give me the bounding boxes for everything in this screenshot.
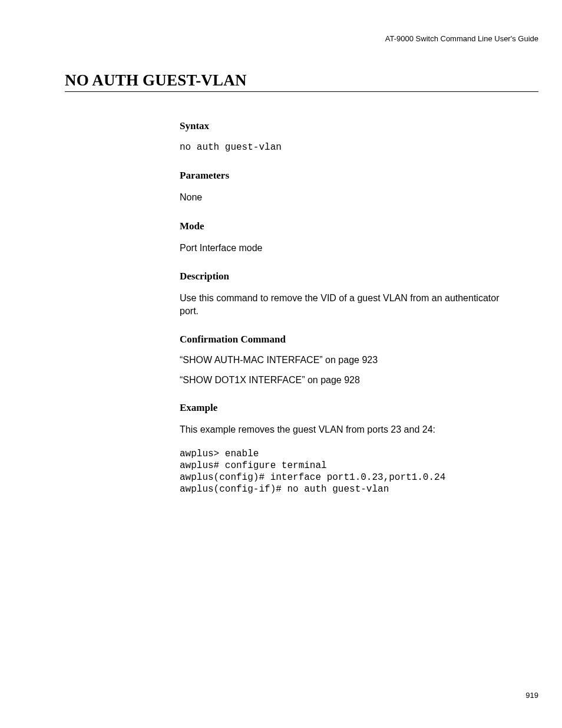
confirmation-link-1: “SHOW AUTH-MAC INTERFACE” on page 923 (180, 355, 509, 365)
section-example: Example This example removes the guest V… (180, 402, 509, 495)
heading-parameters: Parameters (180, 170, 509, 182)
content-area: Syntax no auth guest-vlan Parameters Non… (65, 120, 538, 495)
confirmation-link-2: “SHOW DOT1X INTERFACE” on page 928 (180, 375, 509, 386)
section-syntax: Syntax no auth guest-vlan (180, 120, 509, 153)
description-text: Use this command to remove the VID of a … (180, 292, 509, 317)
page-number: 919 (525, 691, 538, 700)
page-title: NO AUTH GUEST-VLAN (65, 71, 538, 90)
heading-mode: Mode (180, 220, 509, 232)
heading-confirmation: Confirmation Command (180, 334, 509, 345)
example-intro: This example removes the guest VLAN from… (180, 423, 509, 436)
section-parameters: Parameters None (180, 170, 509, 204)
header-guide-title: AT-9000 Switch Command Line User's Guide (65, 34, 538, 43)
syntax-code: no auth guest-vlan (180, 141, 509, 153)
heading-syntax: Syntax (180, 120, 509, 132)
section-confirmation: Confirmation Command “SHOW AUTH-MAC INTE… (180, 334, 509, 386)
parameters-text: None (180, 191, 509, 204)
heading-example: Example (180, 402, 509, 414)
section-mode: Mode Port Interface mode (180, 220, 509, 255)
section-description: Description Use this command to remove t… (180, 271, 509, 317)
heading-description: Description (180, 271, 509, 282)
mode-text: Port Interface mode (180, 242, 509, 255)
title-rule (65, 91, 538, 92)
example-code: awplus> enable awplus# configure termina… (180, 448, 509, 495)
